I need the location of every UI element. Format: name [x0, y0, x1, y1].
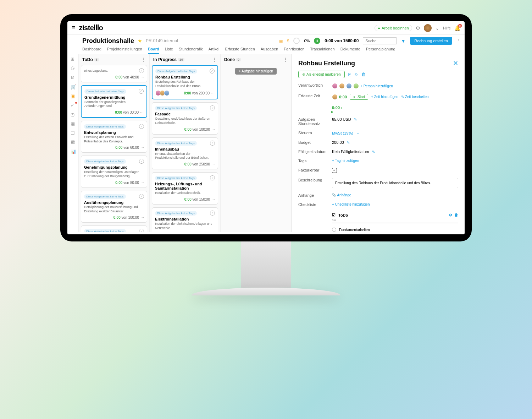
tab-expenses[interactable]: Ausgaben [261, 47, 278, 54]
edit-icon[interactable]: ✎ [354, 118, 357, 121]
task-card[interactable]: Diese Aufgabe hat keine Tags✓Genehmigung… [81, 156, 147, 187]
tab-travel[interactable]: Fahrtkosten [284, 47, 304, 54]
checklist-item[interactable]: Fundamentarbeiten [332, 226, 458, 232]
box-icon[interactable]: ☐ [71, 130, 76, 135]
doc-icon[interactable]: 🗎 [71, 75, 76, 80]
check-icon[interactable]: ✓ [210, 211, 215, 216]
tab-settings[interactable]: Projekteinstellungen [107, 47, 142, 54]
bank-icon[interactable]: 🏛 [71, 140, 76, 145]
tab-documents[interactable]: Dokumente [340, 47, 360, 54]
bell-icon[interactable]: 🔔 [454, 25, 460, 31]
people-icon[interactable]: ⚇ [71, 66, 76, 71]
check-icon[interactable]: ✓ [210, 141, 215, 146]
task-card[interactable]: Diese Aufgabe hat keine Tags✓Heizungs-, … [152, 172, 218, 205]
task-card[interactable]: ✓eines Lageplans.0:00 von 40:00⋯ [81, 65, 147, 82]
close-icon[interactable]: ✕ [453, 59, 458, 67]
create-invoice-button[interactable]: Rechnung erstellen [410, 37, 452, 45]
attach-link[interactable]: 📎 Anhänge [332, 193, 351, 197]
check-icon[interactable]: ✓ [139, 124, 144, 129]
tab-dashboard[interactable]: Dashboard [82, 47, 101, 54]
add-tag-link[interactable]: + Tag hinzufügen [332, 159, 359, 163]
edit-icon[interactable]: ✎ [347, 141, 350, 145]
tab-tracked-hours[interactable]: Erfasste Stunden [225, 47, 255, 54]
add-time-link[interactable]: + Zeit hinzufügen [371, 95, 398, 99]
check-icon[interactable]: ✓ [139, 68, 144, 73]
search-input[interactable] [363, 37, 397, 44]
edit-time-link[interactable]: ✎ Zeit bearbeiten [401, 95, 429, 99]
copy-icon[interactable]: ⎘ [348, 72, 351, 77]
tab-articles[interactable]: Artikel [209, 47, 220, 54]
avatar[interactable] [353, 83, 359, 89]
checkbox-icon[interactable] [332, 228, 336, 232]
card-menu-icon[interactable]: ⋯ [140, 181, 144, 185]
avatar[interactable] [424, 24, 432, 32]
card-menu-icon[interactable]: ⋯ [211, 127, 215, 131]
task-card[interactable]: Diese Aufgabe hat keine Tags✓Elektroinst… [152, 207, 218, 232]
add-person-link[interactable]: + Person hinzufügen [360, 84, 393, 88]
card-menu-icon[interactable]: ⋯ [211, 91, 215, 95]
task-card[interactable]: Diese Aufgabe hat keine Tags✓Grundlagene… [81, 85, 147, 118]
calendar-icon[interactable]: ▦ [71, 121, 76, 126]
tab-list[interactable]: Liste [165, 47, 173, 54]
add-task-button[interactable]: + Aufgabe hinzufügen [235, 68, 277, 75]
billable-checkbox[interactable]: ✓ [332, 168, 337, 173]
card-menu-icon[interactable]: ⋯ [140, 110, 144, 114]
tab-board[interactable]: Board [148, 47, 159, 54]
task-card[interactable]: Diese Aufgabe hat keine Tags✓Entwurfspla… [81, 121, 147, 153]
column-menu-icon[interactable]: ⋮ [142, 57, 146, 62]
chevron-down-icon[interactable]: ⌄ [356, 131, 359, 135]
star-icon[interactable]: ★ [138, 38, 142, 44]
task-card[interactable]: Diese Aufgabe hat keine Tags✓Ausschreibu… [81, 225, 147, 232]
delete-icon[interactable]: 🗑 [361, 72, 366, 77]
pause-icon[interactable]: ⏸ [314, 38, 320, 44]
avatar[interactable] [346, 83, 352, 89]
task-card[interactable]: Diese Aufgabe hat keine Tags✓Rohbau Erst… [152, 65, 218, 99]
tab-hours-graphic[interactable]: Stundengrafik [179, 47, 203, 54]
filter-icon[interactable]: ▼ [401, 38, 406, 44]
mark-done-button[interactable]: ⊘Als erledigt markieren [298, 71, 345, 78]
avatar[interactable] [332, 83, 338, 89]
edit-icon[interactable]: ✎ [372, 150, 375, 154]
check-icon[interactable]: ✓ [71, 103, 76, 108]
check-icon[interactable]: ✓ [139, 159, 144, 164]
start-timer-button[interactable]: ⏵Start [350, 94, 368, 100]
check-icon[interactable]: ✓ [139, 229, 144, 232]
card-menu-icon[interactable]: ⋯ [140, 75, 144, 79]
check-icon[interactable]: ✓ [210, 175, 215, 180]
check-icon[interactable]: ✓ [139, 194, 144, 199]
avatar[interactable] [339, 83, 345, 89]
doc-icon[interactable]: ▦ [279, 39, 283, 43]
add-checklist-link[interactable]: + Checkliste hinzufügen [332, 202, 458, 206]
tab-transactions[interactable]: Transaktionen [310, 47, 334, 54]
check-icon[interactable]: ✓ [139, 89, 144, 94]
help-link[interactable]: Hilfe [443, 26, 451, 30]
card-menu-icon[interactable]: ⋯ [140, 216, 144, 219]
tab-staffing[interactable]: Personalplanung [366, 47, 395, 54]
start-work-button[interactable]: ●Arbeit beginnen [375, 25, 412, 31]
column-menu-icon[interactable]: ⋮ [283, 57, 288, 62]
more-icon[interactable]: ⋮ [456, 39, 460, 43]
chart-icon[interactable]: 📊 [71, 149, 76, 154]
checklist-delete-icon[interactable]: 🗑 [454, 213, 458, 217]
square-icon[interactable]: ▣ [71, 93, 76, 98]
tax-value[interactable]: MwSt (19%) [332, 131, 353, 135]
card-menu-icon[interactable]: ⋯ [211, 197, 215, 201]
chevron-down-icon[interactable]: ⌄ [435, 25, 439, 31]
checklist-block-icon[interactable]: ⊘ [449, 213, 452, 217]
task-card[interactable]: Diese Aufgabe hat keine Tags✓FassadeGest… [152, 102, 218, 134]
grid-icon[interactable]: ⊞ [71, 56, 76, 61]
export-icon[interactable]: ⎋ [355, 72, 358, 77]
clock-icon[interactable]: ◷ [71, 112, 76, 117]
cart-icon[interactable]: 🛒 [71, 84, 76, 89]
check-icon[interactable]: ✓ [210, 69, 215, 74]
card-menu-icon[interactable]: ⋯ [140, 146, 144, 149]
check-icon[interactable]: ✓ [210, 105, 215, 110]
menu-icon[interactable]: ≡ [72, 24, 76, 32]
gear-icon[interactable]: ⚙ [416, 25, 420, 31]
description-input[interactable]: Erstellung des Rohbaus der Produktionsha… [332, 178, 458, 188]
card-menu-icon[interactable]: ⋯ [211, 162, 215, 166]
task-card[interactable]: Diese Aufgabe hat keine Tags✓Innenausbau… [152, 137, 218, 169]
dollar-icon[interactable]: $ [287, 39, 289, 43]
column-menu-icon[interactable]: ⋮ [212, 57, 217, 62]
task-card[interactable]: Diese Aufgabe hat keine Tags✓Ausführungs… [81, 191, 147, 223]
